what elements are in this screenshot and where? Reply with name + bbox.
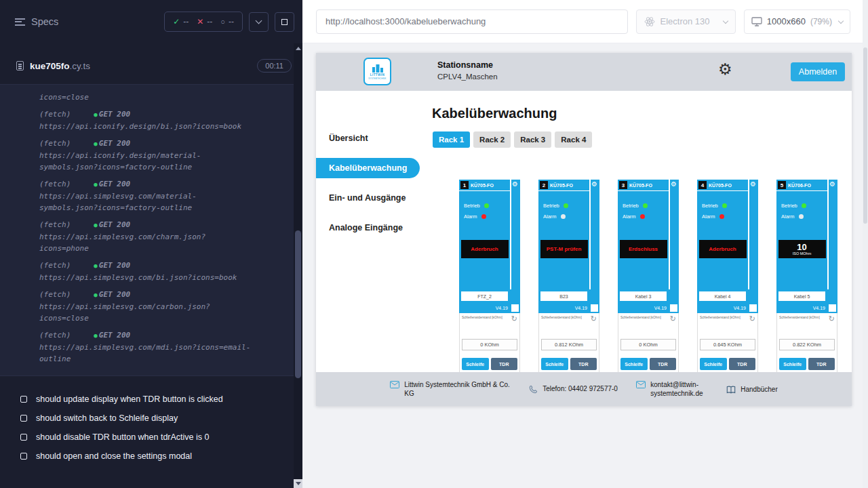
test-item[interactable]: should update display when TDR button is… <box>0 390 302 409</box>
device-number: 3 <box>619 181 627 189</box>
card-top: 1 KÜ705-FO Betrieb Alarm Aderbruch ⚙ <box>459 180 520 289</box>
log-entry[interactable]: (fetch)●GET 200https://api.simplesvg.com… <box>0 219 302 254</box>
schleife-button[interactable]: Schleife <box>462 358 489 370</box>
firmware-version: V4.19 <box>496 306 508 310</box>
log-url: https://api.simplesvg.com/material- <box>39 190 293 202</box>
tab-rack-1[interactable]: Rack 1 <box>433 131 470 148</box>
alarm-row: Alarm <box>618 214 669 220</box>
cable-name[interactable]: Kabel 3 <box>620 291 667 301</box>
card-settings-gear-icon[interactable]: ⚙ <box>512 181 518 188</box>
refresh-icon[interactable]: ↻ <box>749 315 755 323</box>
log-entry[interactable]: (fetch)●GET 200https://api.iconify.desig… <box>0 138 302 173</box>
browser-name: Electron 130 <box>660 16 710 26</box>
firmware-version: V4.19 <box>654 306 667 310</box>
specs-menu-icon[interactable] <box>15 18 25 26</box>
logo-text: LITTWIN <box>370 73 384 77</box>
log-entry[interactable]: (fetch)●GET 200https://api.simplesvg.com… <box>0 260 302 283</box>
window-scrollbar-thumb[interactable] <box>863 47 867 224</box>
scroll-up-arrow-icon[interactable] <box>294 44 302 53</box>
tdr-button[interactable]: TDR <box>650 358 677 370</box>
log-entry[interactable]: (fetch)●GET 200https://api.simplesvg.com… <box>0 329 302 365</box>
test-box-icon <box>20 396 27 403</box>
tab-rack-3[interactable]: Rack 3 <box>514 131 551 148</box>
side-indicator <box>511 304 519 312</box>
card-settings-gear-icon[interactable]: ⚙ <box>591 181 597 188</box>
sidebar-item-ein-und-ausgaenge[interactable]: Ein- und Ausgänge <box>316 183 418 213</box>
status-display: Aderbruch <box>461 240 509 258</box>
cable-name[interactable]: B23 <box>540 291 587 301</box>
status-dot-icon: ● <box>94 291 97 298</box>
log-entry[interactable]: (fetch)●GET 200https://api.iconify.desig… <box>0 108 302 132</box>
pending-count: -- <box>229 17 234 26</box>
log-entry[interactable]: (fetch)●GET 200https://api.simplesvg.com… <box>0 289 302 324</box>
cable-name[interactable]: Kabel 5 <box>778 291 825 301</box>
schleife-button[interactable]: Schleife <box>779 358 806 370</box>
scroll-down-arrow-icon[interactable] <box>294 479 302 488</box>
betrieb-led-icon <box>484 203 489 208</box>
card-name-row: Kabel 4 <box>697 289 758 303</box>
tdr-button[interactable]: TDR <box>808 358 835 370</box>
refresh-icon[interactable]: ↻ <box>511 315 517 323</box>
specs-label[interactable]: Specs <box>31 16 58 27</box>
footer-email-item[interactable]: kontakt@littwin-systemtechnik.de <box>636 380 709 398</box>
sidebar-item-uebersicht[interactable]: Übersicht <box>316 123 418 153</box>
spec-extension: .cy.ts <box>70 61 91 71</box>
footer-email-item[interactable]: Littwin Systemtechnik GmbH & Co. KG <box>390 380 511 398</box>
status-dot-icon: ● <box>94 332 97 339</box>
collapse-button[interactable] <box>249 12 269 32</box>
logout-button[interactable]: Abmelden <box>791 62 845 81</box>
test-item[interactable]: should switch back to Schleife display <box>0 409 302 428</box>
schleife-button[interactable]: Schleife <box>620 358 648 370</box>
sidebar-item-analoge-eingaenge[interactable]: Analoge Eingänge <box>316 213 418 243</box>
test-item[interactable]: should open and close the settings modal <box>0 447 302 466</box>
pending-circle-icon: ○ <box>220 18 225 26</box>
card-settings-gear-icon[interactable]: ⚙ <box>750 181 756 188</box>
log-entry[interactable]: icons=close <box>0 92 302 103</box>
schleife-button[interactable]: Schleife <box>700 358 727 370</box>
refresh-icon[interactable]: ↻ <box>670 315 676 323</box>
refresh-icon[interactable]: ↻ <box>829 315 835 323</box>
tdr-button[interactable]: TDR <box>570 358 597 370</box>
footer-phone-item[interactable]: Telefon: 04402 972577-0 <box>529 384 618 394</box>
viewport-info[interactable]: 1000x660 (79%) <box>744 9 850 34</box>
url-bar[interactable]: http://localhost:3000/kabelueberwachung <box>316 9 628 34</box>
scrollbar-thumb[interactable] <box>295 230 301 378</box>
settings-gear-icon[interactable]: ⚙ <box>718 62 732 77</box>
monitor-icon <box>751 17 762 26</box>
card-settings-gear-icon[interactable]: ⚙ <box>671 181 677 188</box>
card-buttons: Schleife TDR <box>462 358 517 370</box>
device-model: KÜ705-FO <box>709 183 732 188</box>
stop-button[interactable] <box>275 12 294 32</box>
log-url: icons=close <box>39 92 293 103</box>
tdr-button[interactable]: TDR <box>729 358 756 370</box>
device-card: 2 KÜ705-FO Betrieb Alarm PST-M prüfen ⚙ … <box>538 180 599 383</box>
viewport-size: 1000x660 <box>767 16 806 26</box>
tab-rack-2[interactable]: Rack 2 <box>473 131 511 148</box>
log-entry[interactable]: (fetch)●GET 200https://api.simplesvg.com… <box>0 178 302 214</box>
sidebar-item-kabelueberwachung[interactable]: Kabelüberwachung <box>316 158 420 178</box>
viewport-zoom: (79%) <box>810 17 832 26</box>
fetch-label: (fetch) <box>39 110 71 119</box>
window-scrollbar[interactable] <box>863 0 868 488</box>
cable-name[interactable]: Kabel 4 <box>699 291 746 301</box>
refresh-icon[interactable]: ↻ <box>591 315 597 323</box>
stop-icon <box>281 19 288 25</box>
alarm-led-icon <box>799 214 804 219</box>
fetch-label: (fetch) <box>39 331 71 340</box>
tab-rack-4[interactable]: Rack 4 <box>555 131 592 148</box>
status-dot-icon: ● <box>94 111 97 118</box>
reporter-scrollbar[interactable] <box>294 43 302 488</box>
tdr-button[interactable]: TDR <box>491 358 518 370</box>
app-header: LITTWIN SYSTEMTECHNIK Stationsname CPLV4… <box>316 53 852 91</box>
footer-book-item[interactable]: Handbücher <box>726 385 777 394</box>
card-header: 1 KÜ705-FO <box>459 180 510 191</box>
browser-select[interactable]: Electron 130 <box>636 9 736 34</box>
test-item[interactable]: should disable TDR button when tdrActive… <box>0 428 302 447</box>
littwin-logo: LITTWIN SYSTEMTECHNIK <box>363 58 391 85</box>
spec-header[interactable]: kue705fo.cy.ts 00:11 <box>0 54 302 77</box>
card-settings-gear-icon[interactable]: ⚙ <box>829 181 835 188</box>
betrieb-row: Betrieb <box>618 203 669 209</box>
schleife-button[interactable]: Schleife <box>541 358 568 370</box>
page-title: Kabelüberwachung <box>432 106 557 121</box>
cable-name[interactable]: FTZ_2 <box>461 291 508 301</box>
